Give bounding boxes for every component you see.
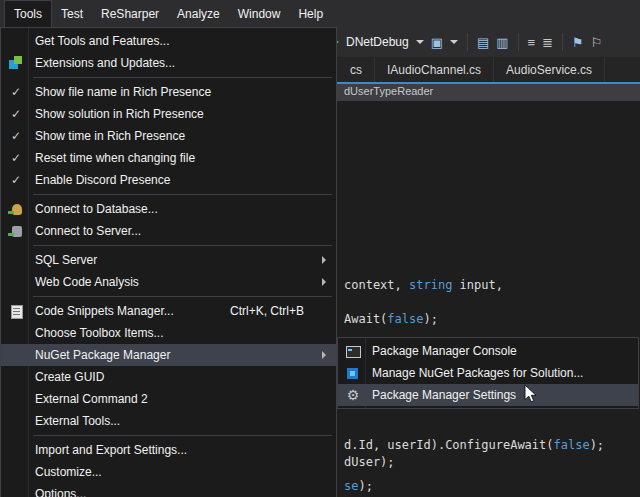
menu-item-label: Code Snippets Manager...: [35, 304, 174, 318]
menu-item-label: Extensions and Updates...: [35, 56, 175, 70]
submenu-arrow-icon: [322, 351, 326, 359]
menu-separator: [33, 77, 332, 78]
toolbar-separator: [518, 33, 519, 51]
menu-item-code-snippets-manager[interactable]: Code Snippets Manager...Ctrl+K, Ctrl+B: [1, 300, 336, 322]
menu-item-label: NuGet Package Manager: [35, 348, 170, 362]
menu-item-show-solution-rich-presence[interactable]: ✓Show solution in Rich Presence: [1, 103, 336, 125]
menu-item-label: Package Manager Settings: [372, 388, 516, 402]
toolbar-separator: [562, 33, 563, 51]
console-icon: [345, 343, 361, 359]
tab-audioservice[interactable]: AudioService.cs: [494, 57, 605, 82]
code-line: Await(false);: [344, 312, 438, 326]
menu-separator: [33, 435, 332, 436]
menu-item-label: Show solution in Rich Presence: [35, 107, 204, 121]
indent-guides-icon[interactable]: ≡: [528, 36, 536, 49]
menubar-item-resharper[interactable]: ReSharper: [92, 0, 168, 27]
watch-window-icon[interactable]: ▣: [431, 36, 443, 49]
menu-item-get-tools-and-features[interactable]: Get Tools and Features...: [1, 30, 336, 52]
debug-target-dropdown[interactable]: DNetDebug: [346, 35, 409, 49]
breadcrumb[interactable]: dUserTypeReader: [344, 85, 433, 97]
menubar-item-tools[interactable]: Tools: [4, 0, 52, 27]
tab-document-1[interactable]: cs: [338, 57, 375, 82]
code-line: d.Id, userId).ConfigureAwait(false);: [344, 438, 604, 452]
menu-item-package-manager-settings[interactable]: ⚙Package Manager Settings: [338, 384, 638, 406]
mouse-cursor-icon: [524, 384, 538, 404]
menu-item-label: Options...: [35, 487, 86, 497]
menu-item-label: Package Manager Console: [372, 344, 517, 358]
menu-item-label: Connect to Server...: [35, 224, 141, 238]
menu-item-label: Create GUID: [35, 370, 104, 384]
menu-item-import-export-settings[interactable]: Import and Export Settings...: [1, 439, 336, 461]
tab-iaudiochannel[interactable]: IAudioChannel.cs: [375, 57, 494, 82]
code-line: dUser);: [344, 455, 395, 469]
menu-item-external-tools[interactable]: External Tools...: [1, 410, 336, 432]
menu-separator: [33, 194, 332, 195]
menubar-item-window[interactable]: Window: [229, 0, 290, 27]
menu-item-manage-nuget-packages-solution[interactable]: Manage NuGet Packages for Solution...: [338, 362, 638, 384]
chevron-down-icon[interactable]: [416, 40, 424, 44]
menu-separator: [33, 245, 332, 246]
packages-icon: [345, 365, 361, 381]
menu-item-label: External Tools...: [35, 414, 120, 428]
menu-item-choose-toolbox-items[interactable]: Choose Toolbox Items...: [1, 322, 336, 344]
bookmark-icon[interactable]: ⚑: [572, 36, 584, 49]
server-icon: [8, 223, 24, 239]
menu-item-package-manager-console[interactable]: Package Manager Console: [338, 340, 638, 362]
gear-icon: ⚙: [345, 387, 361, 403]
code-line: se);: [344, 479, 373, 493]
nuget-package-manager-submenu: Package Manager Console Manage NuGet Pac…: [337, 337, 639, 409]
menu-item-sql-server[interactable]: SQL Server: [1, 249, 336, 271]
chevron-down-icon[interactable]: [450, 40, 458, 44]
menu-item-label: Choose Toolbox Items...: [35, 326, 164, 340]
menu-item-options[interactable]: Options...: [1, 483, 336, 497]
checkmark-icon: ✓: [8, 84, 24, 100]
checkmark-icon: ✓: [8, 150, 24, 166]
menu-item-show-time-rich-presence[interactable]: ✓Show time in Rich Presence: [1, 125, 336, 147]
menu-item-label: Customize...: [35, 465, 102, 479]
menu-item-reset-time-changing-file[interactable]: ✓Reset time when changing file: [1, 147, 336, 169]
menu-item-label: SQL Server: [35, 253, 97, 267]
menu-item-show-file-name-rich-presence[interactable]: ✓Show file name in Rich Presence: [1, 81, 336, 103]
tools-menu: Get Tools and Features... Extensions and…: [0, 27, 337, 497]
toolbar-separator: [467, 33, 468, 51]
next-bookmark-icon[interactable]: ⚐: [591, 36, 603, 49]
menu-item-external-command-2[interactable]: External Command 2: [1, 388, 336, 410]
menu-item-enable-discord-presence[interactable]: ✓Enable Discord Presence: [1, 169, 336, 191]
menu-item-shortcut: Ctrl+K, Ctrl+B: [230, 304, 328, 318]
menu-item-label: Show file name in Rich Presence: [35, 85, 211, 99]
menu-bar: Tools Test ReSharper Analyze Window Help: [0, 0, 640, 27]
submenu-arrow-icon: [322, 278, 326, 286]
menu-item-label: Web Code Analysis: [35, 275, 139, 289]
menu-item-label: Show time in Rich Presence: [35, 129, 185, 143]
split-window-icon[interactable]: ▥: [496, 36, 508, 49]
code-line: context, string input,: [344, 278, 503, 292]
menu-item-connect-to-server[interactable]: Connect to Server...: [1, 220, 336, 242]
menu-item-label: Enable Discord Presence: [35, 173, 170, 187]
menu-item-label: External Command 2: [35, 392, 148, 406]
menubar-item-test[interactable]: Test: [52, 0, 92, 27]
menu-item-extensions-and-updates[interactable]: Extensions and Updates...: [1, 52, 336, 74]
menu-item-label: Get Tools and Features...: [35, 34, 170, 48]
menubar-item-help[interactable]: Help: [289, 0, 332, 27]
menu-item-connect-to-database[interactable]: Connect to Database...: [1, 198, 336, 220]
database-icon: [8, 201, 24, 217]
menu-item-web-code-analysis[interactable]: Web Code Analysis: [1, 271, 336, 293]
checkmark-icon: ✓: [8, 172, 24, 188]
menu-item-create-guid[interactable]: Create GUID: [1, 366, 336, 388]
checkmark-icon: ✓: [8, 106, 24, 122]
checkmark-icon: ✓: [8, 128, 24, 144]
new-window-icon[interactable]: ▤: [477, 36, 489, 49]
menu-separator: [33, 296, 332, 297]
snippets-icon: [8, 303, 24, 319]
menu-item-label: Manage NuGet Packages for Solution...: [372, 366, 583, 380]
menu-item-label: Reset time when changing file: [35, 151, 195, 165]
menu-item-customize[interactable]: Customize...: [1, 461, 336, 483]
menubar-item-analyze[interactable]: Analyze: [168, 0, 229, 27]
menu-item-label: Import and Export Settings...: [35, 443, 187, 457]
submenu-arrow-icon: [322, 256, 326, 264]
menu-item-nuget-package-manager[interactable]: NuGet Package Manager: [1, 344, 336, 366]
word-wrap-icon[interactable]: ≣: [542, 36, 553, 49]
menu-item-label: Connect to Database...: [35, 202, 158, 216]
extensions-icon: [8, 55, 24, 71]
